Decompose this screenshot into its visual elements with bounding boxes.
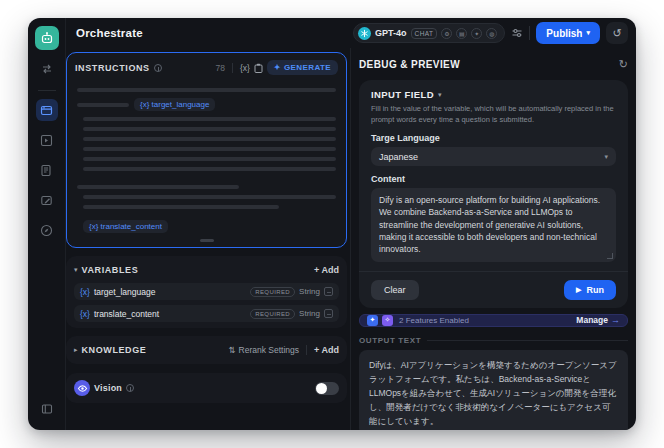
copy-icon[interactable] [254, 63, 263, 73]
nav-orchestrate-icon[interactable] [36, 99, 58, 121]
nav-logs-icon[interactable] [36, 159, 58, 181]
variables-section: ▾ VARIABLES + Add {x} target_language RE… [66, 256, 347, 328]
variable-row-target-language[interactable]: {x} target_language REQUIRED String [74, 283, 339, 300]
features-enabled-text: 2 Features Enabled [399, 316, 469, 325]
required-badge: REQUIRED [250, 309, 295, 319]
toolbar-divider [232, 63, 233, 73]
char-count: 78 [215, 63, 224, 73]
feature-sparkle-icon: ✦ [367, 315, 378, 326]
resize-drag-handle[interactable] [200, 239, 214, 242]
variable-name: translate_content [94, 309, 159, 319]
knowledge-divider [306, 345, 307, 355]
redacted-text-line [83, 127, 336, 131]
content: INSTRUCTIONS 78 {x} ✦ GENERATE [66, 48, 636, 430]
sparkle-icon: ✦ [274, 63, 281, 72]
openai-logo-icon [358, 27, 371, 40]
output-header: OUTPUT TEXT [359, 336, 628, 345]
instructions-title: INSTRUCTIONS [75, 63, 150, 73]
knowledge-header[interactable]: ▸ KNOWLEDGE ⇅ Rerank Settings + Add [74, 342, 339, 358]
insert-variable-icon[interactable]: {x} [240, 63, 250, 73]
manage-features-button[interactable]: Manage → [576, 315, 620, 325]
debug-preview-column: DEBUG & PREVIEW ↻ INPUT FIELD ▾ Fill in … [351, 48, 636, 430]
nav-annotation-icon[interactable] [36, 189, 58, 211]
vision-toggle[interactable] [315, 382, 339, 395]
string-type-icon [324, 309, 333, 318]
model-name: GPT-4o [375, 28, 407, 38]
robot-icon [40, 31, 54, 45]
chevron-down-icon: ▾ [604, 153, 608, 161]
rail-divider [38, 90, 56, 91]
output-title: OUTPUT TEXT [359, 336, 421, 345]
knowledge-section: ▸ KNOWLEDGE ⇅ Rerank Settings + Add [66, 336, 347, 364]
topbar-right: GPT-4o CHAT ⚙ ▤ ✦ ◍ Publish ▾ [353, 22, 628, 44]
publish-button[interactable]: Publish ▾ [536, 22, 600, 44]
target-language-label: Targe Language [371, 133, 616, 143]
instructions-header: INSTRUCTIONS 78 {x} ✦ GENERATE [67, 53, 346, 80]
redacted-text-line [77, 185, 239, 189]
card-divider [359, 271, 628, 272]
redacted-text-line [83, 137, 336, 141]
model-mode-badge: CHAT [411, 28, 438, 39]
variable-chip-translate-content[interactable]: {x} translate_content [83, 220, 168, 233]
redacted-text-line [83, 205, 279, 209]
info-icon [126, 384, 134, 392]
collapse-sidebar-icon[interactable] [36, 398, 58, 420]
main-area: Orchestrate GPT-4o CHAT ⚙ ▤ ✦ ◍ [66, 18, 636, 430]
app-robot-icon[interactable] [35, 26, 59, 50]
content-label: Content [371, 174, 616, 184]
debug-header: DEBUG & PREVIEW ↻ [359, 58, 628, 71]
action-buttons-row: Clear ▶ Run [371, 280, 616, 300]
chevron-down-icon: ▾ [438, 91, 442, 99]
variables-header[interactable]: ▾ VARIABLES + Add [74, 262, 339, 278]
orchestrate-column: INSTRUCTIONS 78 {x} ✦ GENERATE [66, 48, 351, 430]
run-button[interactable]: ▶ Run [564, 280, 616, 300]
rerank-icon: ⇅ [228, 345, 235, 355]
model-parameters-icon[interactable] [511, 27, 523, 39]
variable-chip-target-language[interactable]: {x} target_language [134, 98, 215, 111]
input-field-title: INPUT FIELD [371, 89, 434, 100]
output-divider [427, 340, 628, 341]
generate-button[interactable]: ✦ GENERATE [267, 60, 338, 75]
instructions-body[interactable]: {x} target_language [67, 80, 346, 247]
redacted-text-line [83, 167, 336, 171]
capability-doc-icon: ▤ [456, 28, 467, 39]
restart-icon[interactable]: ↻ [619, 58, 628, 71]
string-type-icon [324, 287, 333, 296]
nav-monitoring-icon[interactable] [36, 219, 58, 241]
variable-row-translate-content[interactable]: {x} translate_content REQUIRED String [74, 305, 339, 322]
version-history-button[interactable]: ↺ [606, 22, 628, 44]
variable-icon: {x} [80, 309, 90, 319]
redacted-text-line [83, 157, 336, 161]
redacted-text-line [83, 147, 336, 151]
resize-corner-icon[interactable] [607, 253, 613, 259]
redacted-line-with-chip: {x} target_language [77, 98, 336, 111]
left-rail [28, 18, 66, 430]
content-value: Dify is an open-source platform for buil… [379, 195, 600, 254]
rerank-settings-button[interactable]: ⇅ Rerank Settings [228, 345, 299, 355]
model-swap-icon[interactable] [36, 58, 58, 80]
input-field-header[interactable]: INPUT FIELD ▾ [371, 89, 616, 100]
required-badge: REQUIRED [250, 287, 295, 297]
content-textarea[interactable]: Dify is an open-source platform for buil… [371, 188, 616, 262]
redacted-text-line [83, 117, 336, 121]
info-icon [154, 64, 162, 72]
output-text: Difyは、AIアプリケーションを構築するためのオープンソースプラットフォームで… [359, 350, 628, 430]
variable-icon: {x} [80, 287, 90, 297]
variable-type: String [299, 309, 320, 318]
add-variable-button[interactable]: + Add [314, 265, 339, 275]
target-language-select[interactable]: Japanese ▾ [371, 147, 616, 166]
model-selector[interactable]: GPT-4o CHAT ⚙ ▤ ✦ ◍ [353, 23, 505, 43]
instructions-panel[interactable]: INSTRUCTIONS 78 {x} ✦ GENERATE [66, 52, 347, 248]
eye-icon [74, 380, 90, 396]
nav-preview-icon[interactable] [36, 129, 58, 151]
topbar-divider [529, 26, 530, 40]
capability-web-icon: ⚙ [441, 28, 452, 39]
redacted-text-line [77, 88, 336, 92]
variables-title: VARIABLES [82, 265, 139, 275]
variable-type: String [299, 287, 320, 296]
add-knowledge-button[interactable]: + Add [314, 345, 339, 355]
features-enabled-bar[interactable]: ✦ ✧ 2 Features Enabled Manage → [359, 314, 628, 327]
chevron-down-icon: ▾ [74, 266, 78, 274]
redacted-text-line [83, 195, 336, 199]
clear-button[interactable]: Clear [371, 280, 419, 300]
